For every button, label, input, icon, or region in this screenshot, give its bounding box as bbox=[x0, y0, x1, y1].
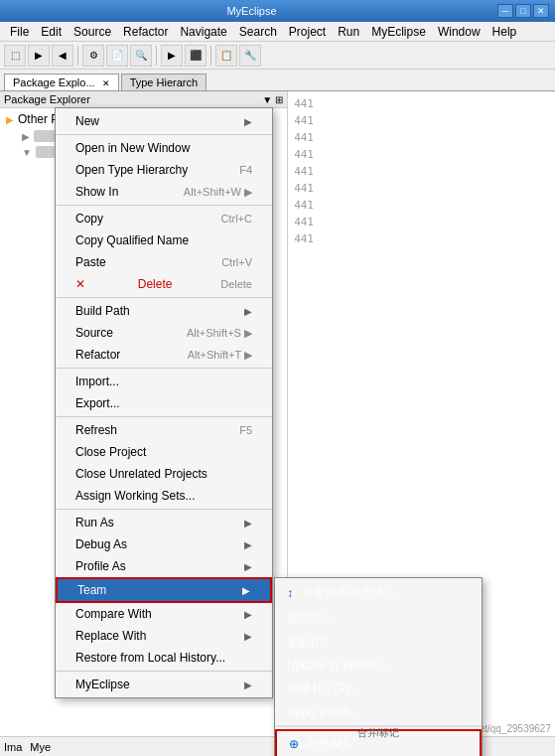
sub-apply-patch[interactable]: Apply Patch... bbox=[275, 701, 482, 723]
toolbar-btn-2[interactable]: ▶ bbox=[28, 45, 50, 67]
sub-update-version[interactable]: Update to Version... bbox=[275, 655, 482, 677]
toolbar-btn-4[interactable]: ⚙ bbox=[82, 45, 104, 67]
ctx-debug-as-label: Debug As bbox=[75, 537, 127, 551]
sidebar-icons: ▼ ⊞ bbox=[262, 94, 283, 105]
ctx-myeclipse-arrow: ▶ bbox=[244, 680, 252, 690]
sub-commit[interactable]: 提交(C)... bbox=[275, 605, 482, 630]
ctx-debug-as[interactable]: Debug As ▶ bbox=[56, 533, 272, 555]
ctx-restore-history[interactable]: Restore from Local History... bbox=[56, 647, 272, 669]
sub-create-patch[interactable]: 创建补丁(P)... bbox=[275, 677, 482, 701]
ctx-delete-shortcut: Delete bbox=[220, 278, 252, 290]
title-bar: MyEclipse ─ □ ✕ bbox=[0, 0, 555, 22]
menu-edit[interactable]: Edit bbox=[35, 23, 68, 41]
sub-merge-label: 合并(M)... bbox=[305, 735, 356, 752]
ctx-sep-3 bbox=[56, 297, 272, 298]
maximize-button[interactable]: □ bbox=[515, 4, 531, 18]
ctx-run-as[interactable]: Run As ▶ bbox=[56, 512, 272, 533]
ctx-delete[interactable]: ✕ Delete Delete bbox=[56, 273, 272, 295]
ctx-show-in[interactable]: Show In Alt+Shift+W ▶ bbox=[56, 181, 272, 203]
code-line-6: 441 bbox=[292, 180, 551, 197]
ctx-sep-4 bbox=[56, 368, 272, 369]
toolbar-btn-7[interactable]: ▶ bbox=[161, 45, 183, 67]
menu-help[interactable]: Help bbox=[486, 23, 523, 41]
ctx-replace-with-label: Replace With bbox=[75, 629, 146, 643]
tab-package-explorer[interactable]: Package Explo... ✕ bbox=[4, 74, 119, 90]
sub-sync-label: 与资源库同步(S)... bbox=[301, 584, 398, 601]
code-line-5: 441 bbox=[292, 163, 551, 180]
toolbar-btn-5[interactable]: 📄 bbox=[106, 45, 128, 67]
ctx-open-window[interactable]: Open in New Window bbox=[56, 137, 272, 159]
ctx-paste[interactable]: Paste Ctrl+V bbox=[56, 251, 272, 273]
ctx-myeclipse-label: MyEclipse bbox=[75, 678, 130, 691]
ctx-close-unrelated[interactable]: Close Unrelated Projects bbox=[56, 463, 272, 485]
menu-file[interactable]: File bbox=[4, 23, 35, 41]
ctx-compare-with[interactable]: Compare With ▶ bbox=[56, 603, 272, 625]
code-line-7: 441 bbox=[292, 197, 551, 214]
sub-update[interactable]: 更新(U) bbox=[275, 630, 482, 655]
ctx-profile-as[interactable]: Profile As ▶ bbox=[56, 555, 272, 577]
ctx-assign-working[interactable]: Assign Working Sets... bbox=[56, 485, 272, 507]
expand-icon-2: ▼ bbox=[22, 147, 32, 158]
window-title: MyEclipse bbox=[6, 5, 497, 17]
ctx-delete-label: Delete bbox=[138, 277, 173, 291]
toolbar-btn-1[interactable]: ⬚ bbox=[4, 45, 26, 67]
bottom-mye: Mye bbox=[30, 741, 51, 753]
menu-search[interactable]: Search bbox=[233, 23, 283, 41]
ctx-build-path-arrow: ▶ bbox=[244, 306, 252, 317]
toolbar-btn-3[interactable]: ◀ bbox=[52, 45, 73, 67]
ctx-import[interactable]: Import... bbox=[56, 371, 272, 392]
ctx-delete-icon: ✕ bbox=[75, 277, 85, 291]
ctx-show-in-label: Show In bbox=[75, 185, 118, 199]
ctx-source-shortcut: Alt+Shift+S ▶ bbox=[187, 327, 252, 340]
ctx-myeclipse[interactable]: MyEclipse ▶ bbox=[56, 674, 272, 695]
ctx-sep-2 bbox=[56, 205, 272, 206]
tab-package-label: Package Explo... bbox=[13, 76, 95, 88]
ctx-refresh[interactable]: Refresh F5 bbox=[56, 419, 272, 441]
menu-refactor[interactable]: Refactor bbox=[117, 23, 174, 41]
ctx-refresh-label: Refresh bbox=[75, 423, 117, 437]
ctx-export[interactable]: Export... bbox=[56, 392, 272, 414]
sub-merge-icon: ⊕ bbox=[289, 737, 299, 751]
sub-sync[interactable]: ↕ 与资源库同步(S)... bbox=[275, 580, 482, 605]
menu-source[interactable]: Source bbox=[68, 23, 117, 41]
menu-navigate[interactable]: Navigate bbox=[174, 23, 232, 41]
code-line-2: 441 bbox=[292, 112, 551, 129]
ctx-team-label: Team bbox=[77, 583, 106, 597]
ctx-replace-with[interactable]: Replace With ▶ bbox=[56, 625, 272, 647]
ctx-copy-qualified[interactable]: Copy Qualified Name bbox=[56, 229, 272, 251]
ctx-paste-shortcut: Ctrl+V bbox=[221, 256, 252, 268]
ctx-close-project[interactable]: Close Project bbox=[56, 441, 272, 463]
ctx-restore-history-label: Restore from Local History... bbox=[75, 651, 225, 665]
ctx-copy[interactable]: Copy Ctrl+C bbox=[56, 208, 272, 229]
ctx-build-path[interactable]: Build Path ▶ bbox=[56, 300, 272, 322]
toolbar-btn-6[interactable]: 🔍 bbox=[130, 45, 152, 67]
close-button[interactable]: ✕ bbox=[533, 4, 549, 18]
menu-myeclipse[interactable]: MyEclipse bbox=[365, 23, 432, 41]
minimize-button[interactable]: ─ bbox=[497, 4, 513, 18]
ctx-refactor-label: Refactor bbox=[75, 348, 120, 362]
ctx-sep-1 bbox=[56, 134, 272, 135]
menu-project[interactable]: Project bbox=[283, 23, 332, 41]
ctx-profile-as-label: Profile As bbox=[75, 559, 126, 573]
toolbar-btn-8[interactable]: ⬛ bbox=[185, 45, 207, 67]
ctx-new[interactable]: New ▶ bbox=[56, 110, 272, 132]
tab-type-hierarchy[interactable]: Type Hierarch bbox=[121, 74, 207, 90]
tab-bar: Package Explo... ✕ Type Hierarch bbox=[0, 70, 555, 91]
ctx-refactor[interactable]: Refactor Alt+Shift+T ▶ bbox=[56, 344, 272, 366]
submenu-team: ↕ 与资源库同步(S)... 提交(C)... 更新(U) Update to … bbox=[274, 577, 483, 756]
tab-close-icon[interactable]: ✕ bbox=[102, 78, 110, 88]
toolbar-btn-10[interactable]: 🔧 bbox=[239, 45, 261, 67]
ctx-team[interactable]: Team ▶ ↕ 与资源库同步(S)... 提交(C)... 更新(U) Upd… bbox=[56, 577, 272, 603]
ctx-source[interactable]: Source Alt+Shift+S ▶ bbox=[56, 322, 272, 344]
ctx-compare-with-label: Compare With bbox=[75, 607, 152, 621]
ctx-open-type[interactable]: Open Type Hierarchy F4 bbox=[56, 159, 272, 181]
menu-run[interactable]: Run bbox=[332, 23, 365, 41]
ctx-refactor-shortcut: Alt+Shift+T ▶ bbox=[188, 349, 252, 362]
sub-commit-label: 提交(C)... bbox=[287, 609, 338, 626]
code-line-4: 441 bbox=[292, 146, 551, 163]
ctx-new-arrow: ▶ bbox=[244, 116, 252, 127]
toolbar-sep-3 bbox=[210, 46, 211, 66]
toolbar-btn-9[interactable]: 📋 bbox=[215, 45, 237, 67]
ctx-export-label: Export... bbox=[75, 396, 120, 410]
menu-window[interactable]: Window bbox=[432, 23, 486, 41]
